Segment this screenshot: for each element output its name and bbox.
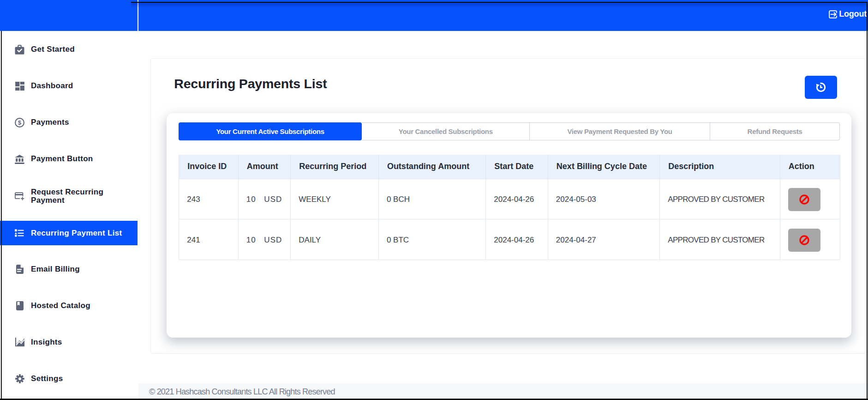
svg-text:$: $	[18, 120, 21, 126]
